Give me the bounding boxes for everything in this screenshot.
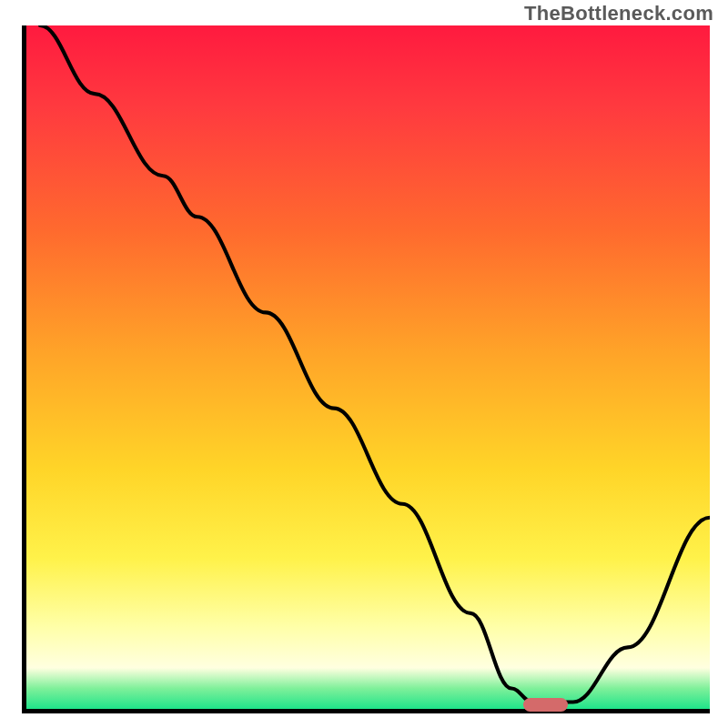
- watermark-text: TheBottleneck.com: [524, 2, 713, 25]
- optimum-marker: [523, 698, 568, 712]
- chart-gradient-background: [26, 25, 710, 709]
- chart-plot-area: [22, 25, 710, 713]
